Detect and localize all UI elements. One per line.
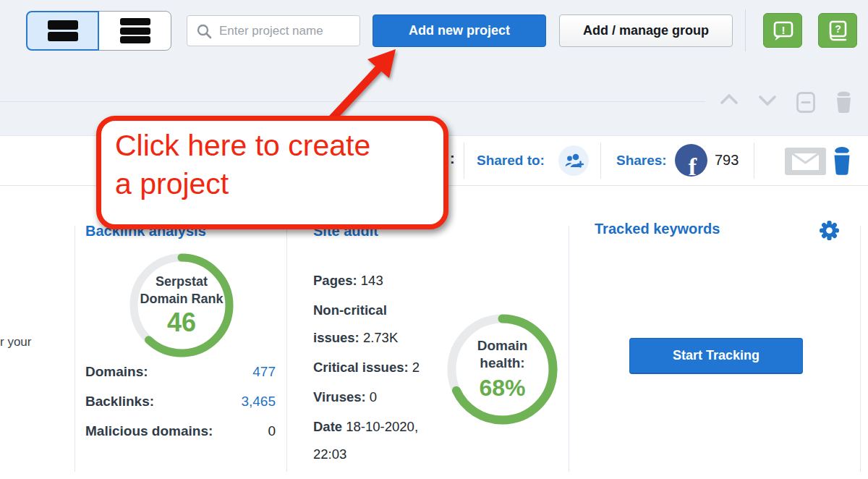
donut-label: Domainhealth: bbox=[477, 337, 528, 372]
chat-exclamation-icon: ! bbox=[772, 20, 794, 42]
help-button[interactable]: ? bbox=[818, 13, 857, 48]
malicious-value: 0 bbox=[268, 423, 276, 439]
donut-label: SerpstatDomain Rank bbox=[140, 273, 223, 308]
domain-rank-donut: SerpstatDomain Rank 46 bbox=[128, 252, 235, 359]
shared-to-label: Shared to: bbox=[477, 153, 545, 169]
shares-count: 793 bbox=[715, 152, 739, 169]
svg-text:!: ! bbox=[781, 23, 785, 35]
stat-viruses: Viruses: 0 bbox=[313, 383, 423, 411]
list-view-icon bbox=[120, 17, 150, 46]
book-question-icon: ? bbox=[827, 20, 849, 42]
toolbar-divider bbox=[745, 9, 746, 51]
row-divider bbox=[600, 143, 601, 179]
add-user-button[interactable] bbox=[558, 145, 589, 176]
tracked-keywords-title: Tracked keywords bbox=[595, 221, 720, 237]
row-divider bbox=[464, 143, 464, 179]
stat-critical: Critical issues: 2 bbox=[313, 354, 423, 381]
envelope-icon bbox=[785, 148, 826, 175]
view-toggle bbox=[26, 11, 171, 51]
stat-row-backlinks: Backlinks:3,465 bbox=[85, 394, 276, 410]
domain-rank-value: 46 bbox=[167, 308, 196, 338]
svg-text:?: ? bbox=[835, 23, 841, 35]
person-add-icon bbox=[564, 152, 584, 169]
stat-noncritical: Non-critical issues: 2.73K bbox=[313, 297, 423, 352]
stat-date: Date 18-10-2020, 22:03 bbox=[313, 413, 423, 468]
stat-pages: Pages: 143 bbox=[313, 267, 423, 294]
column-divider bbox=[286, 226, 287, 472]
start-tracking-button[interactable]: Start Tracking bbox=[629, 338, 803, 374]
minimize-box-icon[interactable] bbox=[796, 91, 816, 114]
shares-label: Shares: bbox=[616, 153, 667, 169]
delete-project-button[interactable] bbox=[830, 145, 854, 176]
column-divider bbox=[860, 226, 861, 472]
stat-row-malicious: Malicious domains:0 bbox=[85, 423, 276, 439]
trash-all-icon[interactable] bbox=[833, 90, 854, 114]
add-manage-group-button[interactable]: Add / manage group bbox=[559, 14, 733, 47]
backlinks-value[interactable]: 3,465 bbox=[241, 394, 276, 410]
serpstat-projects-page: Add new project Add / manage group ! ? :… bbox=[0, 0, 868, 479]
domain-health-donut: Domainhealth: 68% bbox=[446, 313, 559, 426]
facebook-icon: f bbox=[675, 144, 707, 177]
expand-down-icon[interactable] bbox=[758, 95, 777, 106]
annotation-text: Click here to create bbox=[115, 127, 443, 165]
domain-health-value: 68% bbox=[479, 375, 525, 402]
list-view-button[interactable] bbox=[98, 11, 171, 51]
row-divider bbox=[754, 143, 754, 179]
feedback-button[interactable]: ! bbox=[763, 13, 802, 48]
card-view-icon bbox=[48, 17, 78, 44]
clipped-left-text: r your bbox=[0, 335, 31, 349]
column-divider bbox=[569, 226, 569, 472]
card-view-button[interactable] bbox=[26, 11, 99, 51]
search-icon bbox=[197, 24, 212, 39]
email-report-button[interactable] bbox=[785, 148, 826, 175]
annotation-callout: Click here to create a project bbox=[96, 116, 448, 229]
column-divider bbox=[75, 226, 75, 472]
stat-row-domains: Domains:477 bbox=[85, 364, 276, 380]
annotation-text: a project bbox=[115, 165, 443, 203]
domains-value[interactable]: 477 bbox=[252, 364, 276, 380]
site-audit-stats: Pages: 143 Non-critical issues: 2.73K Cr… bbox=[313, 267, 423, 470]
clipped-metric-text: : bbox=[450, 151, 455, 167]
gear-icon[interactable] bbox=[819, 220, 840, 241]
collapse-up-icon[interactable] bbox=[720, 93, 739, 105]
